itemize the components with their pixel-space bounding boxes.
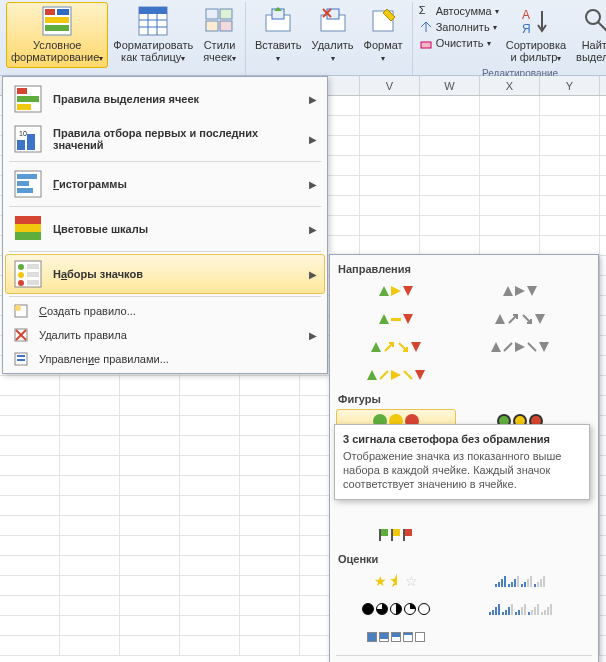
data-bars-icon [13,169,43,199]
icon-sets-item[interactable]: Наборы значковНаборы значков ▶ [5,254,325,294]
clear-button[interactable]: Очистить ▾ [419,36,499,50]
ribbon: Условноеформатирование▾ Форматироватькак… [0,0,606,76]
svg-rect-11 [206,9,218,19]
top-bottom-rules-item[interactable]: 10 Правила отбора первых и последних зна… [5,119,325,159]
sort-icon: АЯ [520,5,552,37]
format-icon [367,5,399,37]
svg-rect-33 [27,134,35,150]
svg-point-50 [15,305,21,311]
svg-point-25 [586,10,600,24]
column-header[interactable]: X [480,76,540,95]
svg-rect-1 [45,9,55,15]
highlight-cells-rules-item[interactable]: Правила выделения ячеек ▶ [5,79,325,119]
data-bars-item[interactable]: ГГистограммыистограммы ▶ [5,164,325,204]
conditional-formatting-menu: Правила выделения ячеек ▶ 10 Правила отб… [2,76,328,374]
icon-sets-icon [13,259,43,289]
svg-rect-30 [17,104,31,110]
conditional-formatting-label: Условноеформатирование [11,39,99,63]
delete-button[interactable]: Удалить▾ [307,2,359,68]
color-scales-label: Цветовые шкалы [53,223,309,235]
iconset-3-stars[interactable]: ★⯨☆ [336,569,456,593]
submenu-arrow-icon: ▶ [309,269,317,280]
ratings-heading: Оценки [334,549,594,567]
svg-rect-38 [17,188,33,193]
find-icon [581,5,606,37]
fill-button[interactable]: Заполнить ▾ [419,20,499,34]
insert-label: Вставить [255,39,302,51]
iconset-5-arrows-gray[interactable] [460,335,580,359]
insert-icon [262,5,294,37]
highlight-icon [13,84,43,114]
submenu-arrow-icon: ▶ [309,224,317,235]
svg-rect-48 [27,280,39,285]
svg-line-26 [598,22,606,31]
sort-filter-button[interactable]: АЯ Сортировкаи фильтр▾ [501,2,571,68]
svg-point-44 [18,272,24,278]
svg-rect-55 [17,355,25,357]
submenu-arrow-icon: ▶ [309,94,317,105]
svg-point-43 [18,264,24,270]
svg-rect-4 [45,25,69,31]
iconset-5-quarters[interactable] [336,597,456,621]
svg-rect-37 [17,181,29,186]
iconset-3-arrows-colored[interactable] [336,279,456,303]
clear-rules-icon [13,327,29,343]
iconset-3-triangles[interactable] [336,307,456,331]
clear-rules-item[interactable]: Удалить правила ▶ [5,323,325,347]
new-rule-icon [13,303,29,319]
find-button[interactable]: Найтивыдели▾ [571,2,606,68]
eraser-icon [419,36,433,50]
svg-rect-12 [220,9,232,19]
iconset-4-ratings-bars[interactable] [460,569,580,593]
iconset-4-arrows-gray[interactable] [460,307,580,331]
iconset-3-flags[interactable] [336,523,456,547]
cell-styles-icon [204,5,236,37]
svg-rect-3 [45,17,69,23]
svg-text:А: А [522,8,530,22]
column-header[interactable]: W [420,76,480,95]
svg-rect-40 [15,224,41,232]
svg-point-45 [18,280,24,286]
svg-rect-39 [15,216,41,224]
conditional-formatting-button[interactable]: Условноеформатирование▾ [6,2,108,68]
cell-styles-button[interactable]: Стилиячеек▾ [198,2,241,68]
conditional-formatting-icon [41,5,73,37]
svg-rect-2 [57,9,69,15]
ribbon-group-cells: Вставить▾ Удалить▾ Формат▾ [246,2,413,75]
iconset-5-ratings-bars[interactable] [460,597,580,621]
svg-rect-46 [27,264,39,269]
svg-rect-28 [17,88,27,94]
iconset-3-arrows-gray[interactable] [460,279,580,303]
iconset-5-arrows-colored[interactable] [336,363,456,387]
column-header[interactable]: V [360,76,420,95]
format-as-table-button[interactable]: Форматироватькак таблицу▾ [108,2,198,68]
format-button[interactable]: Формат▾ [359,2,408,68]
find-label: Найтивыдели [576,39,606,63]
autosum-button[interactable]: ΣАвтосумма ▾ [419,4,499,18]
format-label: Формат [364,39,403,51]
svg-text:10: 10 [19,130,27,137]
svg-text:Я: Я [522,22,531,36]
submenu-arrow-icon: ▶ [309,330,317,341]
delete-icon [317,5,349,37]
fill-icon [419,20,433,34]
iconset-4-arrows-colored[interactable] [336,335,456,359]
table-icon [137,5,169,37]
ribbon-group-editing: ΣАвтосумма ▾ Заполнить ▾ Очистить ▾ АЯ С… [413,2,606,75]
color-scales-item[interactable]: Цветовые шкалы ▶ [5,209,325,249]
ribbon-group-styles: Условноеформатирование▾ Форматироватькак… [2,2,246,75]
svg-rect-29 [17,96,39,102]
insert-button[interactable]: Вставить▾ [250,2,307,68]
tooltip: 3 сигнала светофора без обрамления Отобр… [334,424,590,500]
submenu-arrow-icon: ▶ [309,179,317,190]
svg-rect-22 [421,42,431,48]
editing-stack: ΣАвтосумма ▾ Заполнить ▾ Очистить ▾ [417,2,501,52]
directions-heading: Направления [334,259,594,277]
sigma-icon: Σ [419,4,433,18]
cell-styles-label: Стилиячеек [203,39,235,63]
iconset-5-boxes[interactable] [336,625,456,649]
svg-rect-41 [15,232,41,240]
column-header[interactable]: Y [540,76,600,95]
new-rule-item[interactable]: Создать правило...Создать правило... [5,299,325,323]
manage-rules-item[interactable]: Управление правилами...Управление правил… [5,347,325,371]
